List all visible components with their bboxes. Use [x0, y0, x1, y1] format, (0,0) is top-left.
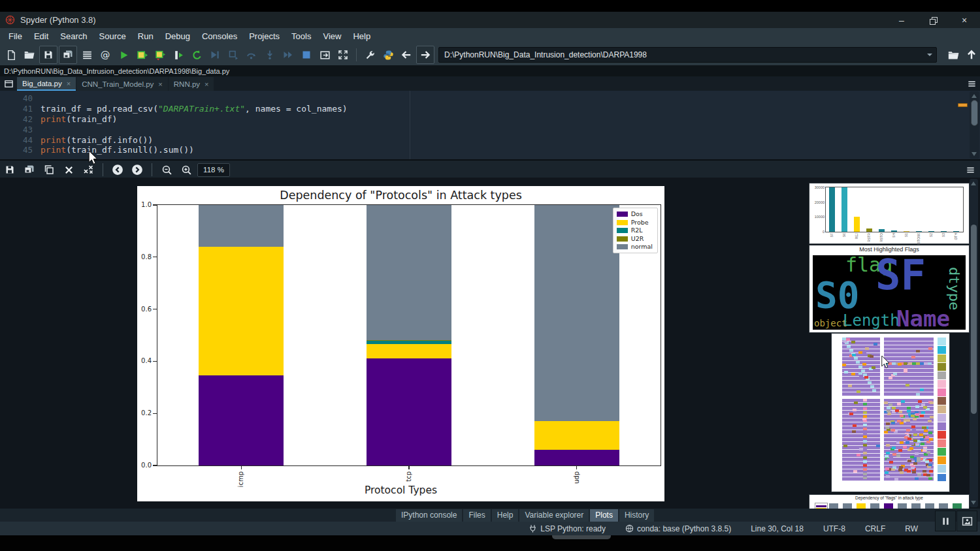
- preferences-button[interactable]: [361, 46, 378, 63]
- close-button[interactable]: ×: [949, 12, 980, 28]
- menu-projects[interactable]: Projects: [243, 28, 286, 44]
- toolbar-separator: [103, 163, 103, 176]
- editor-tab-label: Big_data.py: [22, 80, 62, 87]
- stacked-bar-tcp: [367, 205, 451, 465]
- maximize-pane-button[interactable]: [335, 46, 351, 63]
- scroll-up-icon[interactable]: [972, 94, 977, 98]
- editor-tab-cnn_train_model.py[interactable]: CNN_Train_Model.py×: [76, 77, 168, 91]
- code-editor[interactable]: 4041train_df = pd.read_csv("DARPATrain+.…: [0, 91, 980, 159]
- find-symbol-button[interactable]: @: [97, 46, 114, 63]
- minimize-button[interactable]: –: [886, 12, 917, 28]
- parent-directory-button[interactable]: [963, 46, 980, 63]
- previous-plot-button[interactable]: [109, 161, 126, 178]
- menu-source[interactable]: Source: [93, 28, 132, 44]
- stop-button[interactable]: [298, 46, 315, 63]
- x-tick-mark: [408, 465, 409, 469]
- y-tick-mark: [153, 257, 157, 257]
- menu-tools[interactable]: Tools: [286, 28, 317, 44]
- remove-plot-button[interactable]: [60, 161, 77, 178]
- run-selection-button[interactable]: [170, 46, 187, 63]
- heatmap-cell: [900, 441, 904, 444]
- browse-tabs-button[interactable]: [0, 76, 17, 91]
- open-file-button[interactable]: [21, 46, 38, 63]
- pause-button[interactable]: [935, 511, 956, 531]
- editor-tab-rnn.py[interactable]: RNN.py×: [169, 77, 214, 91]
- heatmap-cell: [857, 390, 860, 393]
- next-plot-button[interactable]: [129, 161, 146, 178]
- rerun-cell-button[interactable]: [188, 46, 205, 63]
- menu-help[interactable]: Help: [347, 28, 376, 44]
- python-env-button[interactable]: [380, 46, 397, 63]
- working-directory-selector[interactable]: D:\PythonRUN\Big_Data_Intrusion_detectio…: [438, 47, 937, 63]
- save-button[interactable]: [39, 46, 57, 64]
- menu-view[interactable]: View: [317, 28, 347, 44]
- plot-thumbnail-flags-bar[interactable]: SFS0REJRSTRRSTOSHS1RSTOS0S2S3OTH30000200…: [809, 183, 970, 244]
- zoom-level-field[interactable]: 118 %: [197, 163, 230, 177]
- zoom-out-button[interactable]: [158, 161, 175, 178]
- new-file-button[interactable]: [3, 46, 20, 63]
- globe-icon: [625, 524, 634, 533]
- browse-directory-button[interactable]: [945, 46, 962, 63]
- heatmap-cell: [921, 443, 924, 445]
- heatmap-cell: [920, 438, 924, 441]
- debug-cell-button[interactable]: [225, 46, 242, 63]
- plots-options-menu-button[interactable]: [962, 163, 979, 177]
- run-cell-advance-button[interactable]: [152, 46, 169, 63]
- pane-tab-ipython-console[interactable]: IPython console: [396, 509, 462, 522]
- restore-button[interactable]: [917, 12, 949, 28]
- copy-plot-button[interactable]: [41, 161, 57, 178]
- tab-close-icon[interactable]: ×: [204, 80, 208, 88]
- editor-tab-big_data.py[interactable]: Big_data.py×: [17, 77, 76, 91]
- thumbnails-scrollbar[interactable]: [970, 179, 978, 507]
- scroll-down-icon[interactable]: [972, 152, 977, 156]
- scroll-down-icon[interactable]: [971, 501, 976, 505]
- pane-tab-plots[interactable]: Plots: [590, 509, 618, 522]
- menu-consoles[interactable]: Consoles: [196, 28, 243, 44]
- bar-segment-R2L: [367, 341, 451, 344]
- heatmap-cell: [914, 403, 918, 405]
- menu-edit[interactable]: Edit: [28, 28, 54, 44]
- save-all-plots-button[interactable]: [21, 161, 38, 178]
- menu-file[interactable]: File: [3, 28, 28, 44]
- save-plot-button[interactable]: [1, 161, 18, 178]
- plot-thumbnail-wordcloud[interactable]: Most Highlighted Flags flagSFS0dtypeobje…: [809, 245, 970, 333]
- pane-tab-files[interactable]: Files: [463, 509, 490, 522]
- back-button[interactable]: [398, 46, 415, 63]
- file-switcher-button[interactable]: [78, 46, 95, 63]
- pane-tab-history[interactable]: History: [619, 509, 654, 522]
- y-tick-label: 0.8: [141, 253, 152, 260]
- zoom-in-button[interactable]: [178, 161, 195, 178]
- forward-button[interactable]: [416, 46, 434, 64]
- debug-file-button[interactable]: [206, 46, 223, 63]
- heatmap-cell: [928, 464, 932, 466]
- open-new-window-button[interactable]: [316, 46, 333, 63]
- picture-in-picture-button[interactable]: [956, 511, 977, 531]
- scroll-up-icon[interactable]: [971, 181, 976, 185]
- pane-tab-variable-explorer[interactable]: Variable explorer: [519, 509, 589, 522]
- mini-y-label: 10000: [815, 215, 825, 219]
- menu-run[interactable]: Run: [132, 28, 159, 44]
- heatmap-cell: [907, 407, 911, 409]
- menu-search[interactable]: Search: [54, 28, 93, 44]
- menu-debug[interactable]: Debug: [159, 28, 196, 44]
- heatmap-cell: [865, 347, 869, 350]
- tab-close-icon[interactable]: ×: [67, 80, 71, 87]
- pane-tab-help[interactable]: Help: [492, 509, 519, 522]
- heatmap-cell: [852, 354, 856, 356]
- continue-execution-button[interactable]: [280, 46, 297, 63]
- save-all-button[interactable]: [59, 46, 77, 64]
- run-file-button[interactable]: [115, 46, 132, 63]
- editor-scrollbar[interactable]: [970, 91, 979, 159]
- thumbnails-scrollbar-thumb[interactable]: [971, 225, 977, 414]
- heatmap-cell: [863, 456, 867, 459]
- step-into-button[interactable]: [261, 46, 278, 63]
- run-cell-button[interactable]: [133, 46, 150, 63]
- editor-line: 42print(train_df): [0, 114, 980, 125]
- wordcloud-word: SF: [875, 257, 926, 294]
- heatmap-cell: [863, 435, 867, 438]
- editor-options-menu-button[interactable]: [963, 76, 980, 91]
- editor-scrollbar-thumb[interactable]: [971, 100, 978, 126]
- step-over-button[interactable]: [243, 46, 260, 63]
- tab-close-icon[interactable]: ×: [158, 80, 162, 88]
- interpreter-status[interactable]: conda: base (Python 3.8.5): [625, 524, 731, 533]
